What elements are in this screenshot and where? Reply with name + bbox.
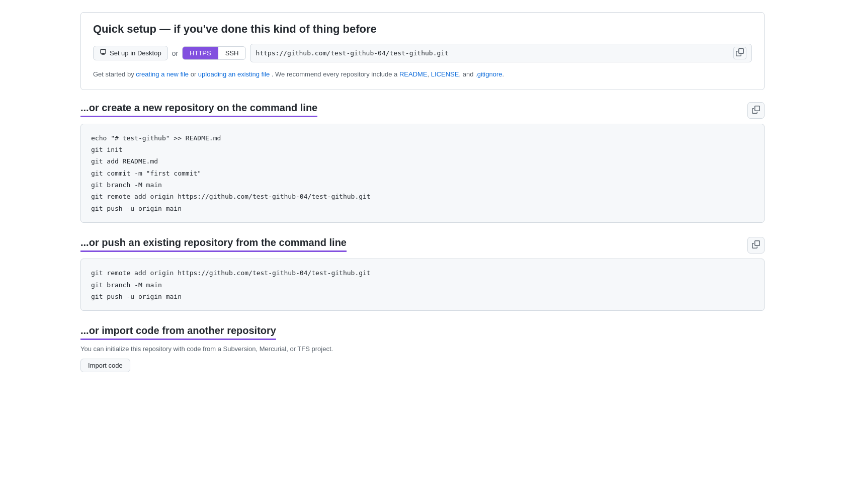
copy-create-icon <box>752 106 760 115</box>
protocol-tabs: HTTPS SSH <box>182 46 246 60</box>
create-repo-header: ...or create a new repository on the com… <box>80 102 765 119</box>
readme-link[interactable]: README <box>399 70 428 78</box>
help-text: Get started by creating a new file or up… <box>93 69 752 79</box>
import-section: ...or import code from another repositor… <box>80 325 765 372</box>
help-middle1: or <box>191 70 198 78</box>
creating-file-link[interactable]: creating a new file <box>136 70 189 78</box>
uploading-file-link[interactable]: uploading an existing file <box>198 70 270 78</box>
help-middle2: . We recommend every repository include … <box>272 70 399 78</box>
import-code-button[interactable]: Import code <box>80 359 130 372</box>
setup-desktop-button[interactable]: Set up in Desktop <box>93 46 168 60</box>
push-code-block: git remote add origin https://github.com… <box>80 259 765 311</box>
page-container: Quick setup — if you've done this kind o… <box>80 12 765 372</box>
create-repo-section: ...or create a new repository on the com… <box>80 102 765 223</box>
copy-push-icon <box>752 240 760 250</box>
repo-url-wrapper: https://github.com/test-github-04/test-g… <box>250 44 752 62</box>
help-before: Get started by <box>93 70 136 78</box>
create-code-block: echo "# test-github" >> README.md git in… <box>80 124 765 223</box>
https-tab[interactable]: HTTPS <box>183 47 218 59</box>
help-middle3: and <box>463 70 475 78</box>
import-title: ...or import code from another repositor… <box>80 325 276 340</box>
copy-create-commands-button[interactable] <box>747 102 765 119</box>
import-header: ...or import code from another repositor… <box>80 325 765 340</box>
create-repo-title: ...or create a new repository on the com… <box>80 102 317 117</box>
url-row: Set up in Desktop or HTTPS SSH https://g… <box>93 44 752 62</box>
push-repo-section: ...or push an existing repository from t… <box>80 237 765 311</box>
copy-url-button[interactable] <box>733 47 746 59</box>
gitignore-link[interactable]: .gitignore <box>475 70 502 78</box>
copy-push-commands-button[interactable] <box>747 237 765 254</box>
or-separator: or <box>172 49 178 57</box>
push-repo-header: ...or push an existing repository from t… <box>80 237 765 254</box>
repo-url-text: https://github.com/test-github-04/test-g… <box>256 49 733 57</box>
ssh-tab[interactable]: SSH <box>218 47 246 59</box>
quick-setup-section: Quick setup — if you've done this kind o… <box>80 12 765 90</box>
desktop-button-label: Set up in Desktop <box>110 49 161 57</box>
import-description: You can initialize this repository with … <box>80 345 765 353</box>
license-link[interactable]: LICENSE <box>431 70 459 78</box>
desktop-icon <box>100 49 107 57</box>
quick-setup-title: Quick setup — if you've done this kind o… <box>93 23 752 36</box>
create-commands: echo "# test-github" >> README.md git in… <box>91 132 754 215</box>
push-repo-title: ...or push an existing repository from t… <box>80 237 347 252</box>
clipboard-icon <box>736 48 744 58</box>
push-commands: git remote add origin https://github.com… <box>91 267 754 302</box>
